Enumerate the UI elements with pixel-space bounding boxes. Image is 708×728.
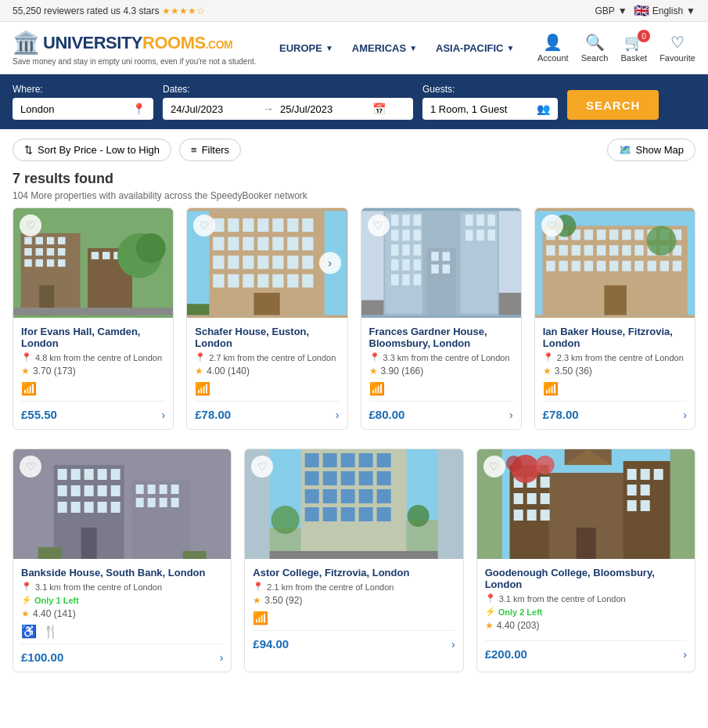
- europe-chevron-icon: ▼: [325, 44, 333, 52]
- basket-button[interactable]: 🛒 0 Basket: [620, 33, 647, 63]
- flag-icon: 🇬🇧: [634, 3, 649, 18]
- svg-rect-200: [627, 500, 636, 511]
- guests-input[interactable]: [430, 103, 532, 115]
- svg-rect-94: [622, 229, 631, 240]
- property-amenities-1: 📶: [21, 381, 165, 396]
- svg-rect-115: [609, 261, 618, 271]
- property-dist-1: 📍 4.8 km from the centre of London: [21, 352, 165, 362]
- svg-point-178: [408, 505, 429, 527]
- favourite-btn-3[interactable]: ♡: [368, 214, 390, 236]
- property-image-4: ♡: [535, 208, 695, 318]
- filter-button[interactable]: ≡ Filters: [179, 139, 241, 161]
- svg-rect-138: [84, 502, 94, 513]
- asia-chevron-icon: ▼: [507, 44, 515, 52]
- property-price-3: £80.00: [369, 408, 405, 421]
- favourite-btn-4[interactable]: ♡: [541, 214, 563, 236]
- svg-rect-52: [254, 293, 280, 315]
- location-icon: 📍: [21, 352, 32, 362]
- favourite-btn-7[interactable]: ♡: [483, 456, 505, 478]
- date-from-input[interactable]: [171, 103, 257, 115]
- date-to-input[interactable]: [280, 103, 366, 115]
- svg-rect-44: [303, 256, 314, 269]
- svg-rect-84: [361, 301, 384, 315]
- location-icon: 📍: [21, 582, 32, 592]
- svg-rect-95: [634, 229, 643, 240]
- calendar-icon: 📅: [372, 103, 386, 115]
- search-button[interactable]: 🔍 Search: [581, 33, 609, 63]
- svg-rect-75: [487, 214, 495, 225]
- svg-rect-188: [540, 477, 549, 488]
- price-arrow-icon: ›: [451, 638, 455, 651]
- account-button[interactable]: 👤 Account: [537, 33, 569, 63]
- wifi-icon: 📶: [195, 381, 210, 396]
- property-card-4[interactable]: ♡ Ian Baker House, Fitzrovia, London 📍 2…: [534, 207, 695, 430]
- property-info-2: Schafer House, Euston, London 📍 2.7 km f…: [187, 318, 347, 429]
- property-card-3[interactable]: ♡ Frances Gardner House, Bloomsbury, Lon…: [361, 207, 522, 430]
- property-card-6[interactable]: ♡ Astor College, Fitzrovia, London 📍 2.1…: [244, 449, 463, 672]
- account-label: Account: [537, 53, 569, 63]
- property-price-4: £78.00: [543, 408, 579, 421]
- property-price-1: £55.50: [21, 408, 57, 421]
- svg-rect-61: [391, 229, 399, 240]
- results-header: 7 results found 104 More properties with…: [0, 171, 708, 207]
- basket-label: Basket: [620, 53, 647, 63]
- svg-rect-50: [288, 274, 299, 287]
- svg-rect-160: [305, 471, 319, 485]
- language-selector[interactable]: 🇬🇧 English ▼: [634, 3, 695, 18]
- lightning-icon: ⚡: [485, 607, 496, 617]
- favourite-button[interactable]: ♡ Favourite: [659, 33, 695, 63]
- currency-selector[interactable]: GBP ▼: [595, 5, 627, 16]
- svg-rect-69: [413, 259, 421, 270]
- americas-chevron-icon: ▼: [409, 44, 417, 52]
- show-map-button[interactable]: 🗺️ Show Map: [607, 139, 695, 161]
- svg-rect-11: [36, 259, 44, 267]
- svg-rect-103: [597, 245, 606, 255]
- svg-rect-150: [171, 498, 179, 507]
- svg-rect-63: [413, 229, 421, 240]
- next-btn-2[interactable]: ›: [319, 252, 341, 274]
- svg-rect-13: [58, 259, 66, 267]
- nav-americas[interactable]: AMERICAS ▼: [352, 42, 417, 54]
- property-amenities-4: 📶: [543, 381, 687, 396]
- property-rating-6: ★ 3.50 (92): [253, 595, 455, 606]
- logo[interactable]: 🏛️ UNIVERSITYROOMS.COM: [13, 30, 257, 56]
- property-card-5[interactable]: ♡ Bankside House, South Bank, London 📍 3…: [13, 449, 232, 672]
- where-input-wrap: 📍: [13, 98, 153, 120]
- property-card-1[interactable]: ♡ Ifor Evans Hall, Camden, London 📍 4.8 …: [13, 207, 174, 430]
- dates-label: Dates:: [163, 84, 413, 95]
- svg-rect-8: [47, 248, 55, 256]
- sort-button[interactable]: ⇅ Sort By Price - Low to High: [13, 139, 171, 161]
- svg-rect-197: [653, 469, 663, 480]
- svg-rect-190: [527, 493, 536, 504]
- svg-rect-140: [111, 502, 120, 513]
- svg-rect-152: [183, 551, 207, 559]
- favourite-icon: ♡: [670, 33, 685, 52]
- svg-rect-167: [341, 489, 355, 503]
- wheelchair-icon: ♿: [21, 624, 37, 639]
- svg-rect-81: [442, 252, 450, 261]
- property-card-2[interactable]: ♡ › Schafer House, Euston, London 📍 2.7 …: [186, 207, 347, 430]
- price-arrow-icon: ›: [162, 409, 166, 421]
- header: 🏛️ UNIVERSITYROOMS.COM Save money and st…: [0, 22, 708, 74]
- svg-rect-42: [273, 256, 284, 269]
- svg-point-20: [136, 233, 166, 263]
- favourite-btn-1[interactable]: ♡: [20, 214, 41, 236]
- svg-rect-164: [377, 471, 391, 485]
- search-button[interactable]: SEARCH: [567, 90, 659, 120]
- guests-icon: 👥: [537, 103, 550, 115]
- property-dist-4: 📍 2.3 km from the centre of London: [543, 352, 687, 362]
- nav-asia-pacific[interactable]: ASIA-PACIFIC ▼: [436, 42, 514, 54]
- property-card-7[interactable]: ♡ Goodenough College, Bloomsbury, London…: [476, 449, 695, 672]
- svg-rect-32: [228, 237, 239, 250]
- svg-rect-105: [622, 245, 631, 255]
- location-icon: 📍: [543, 352, 554, 362]
- where-input[interactable]: [20, 103, 128, 115]
- svg-rect-198: [627, 485, 636, 496]
- favourite-btn-5[interactable]: ♡: [20, 456, 41, 478]
- property-price-row-3: £80.00 ›: [369, 401, 513, 421]
- nav-europe[interactable]: EUROPE ▼: [279, 42, 333, 54]
- svg-rect-57: [460, 212, 498, 313]
- svg-rect-7: [36, 248, 44, 256]
- svg-point-206: [505, 456, 521, 471]
- search-icon: 🔍: [585, 33, 605, 52]
